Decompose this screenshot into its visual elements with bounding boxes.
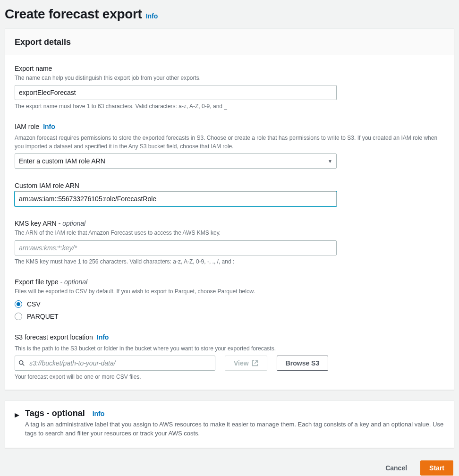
view-button-label: View <box>234 359 249 367</box>
s3-info-link[interactable]: Info <box>97 333 109 341</box>
caret-down-icon: ▼ <box>328 159 332 164</box>
s3-constraint: Your forecast export will be one or more… <box>15 374 444 380</box>
file-type-label: Export file type - optional <box>15 278 444 286</box>
export-name-hint: The name can help you distinguish this e… <box>15 74 444 82</box>
tags-panel: ▶ Tags - optional Info A tag is an admin… <box>5 400 454 448</box>
s3-path-input[interactable] <box>15 356 215 371</box>
kms-optional: - optional <box>59 220 86 227</box>
file-type-group: Export file type - optional Files will b… <box>15 278 444 320</box>
s3-hint: This is the path to the S3 bucket or fol… <box>15 345 444 353</box>
panel-title: Export details <box>15 37 444 47</box>
file-type-hint: Files will be exported to CSV by default… <box>15 288 444 296</box>
view-button: View <box>225 356 267 371</box>
svg-point-0 <box>19 361 23 365</box>
iam-role-selected: Enter a custom IAM role ARN <box>19 157 105 165</box>
search-icon <box>18 360 25 366</box>
iam-role-select[interactable]: Enter a custom IAM role ARN ▼ <box>15 153 337 169</box>
export-name-label: Export name <box>15 65 444 72</box>
external-link-icon <box>252 360 258 366</box>
browse-s3-button[interactable]: Browse S3 <box>277 356 329 371</box>
radio-unselected-icon <box>15 313 22 320</box>
expand-caret-icon[interactable]: ▶ <box>15 411 19 418</box>
start-button[interactable]: Start <box>420 460 453 476</box>
page-title: Create forecast export <box>5 7 142 22</box>
iam-role-hint: Amazon forecast requires permissions to … <box>15 134 444 151</box>
tags-info-link[interactable]: Info <box>93 410 105 417</box>
file-type-option-parquet[interactable]: PARQUET <box>15 313 444 320</box>
custom-arn-group: Custom IAM role ARN <box>15 182 444 206</box>
file-type-optional: - optional <box>60 278 88 286</box>
tags-description: A tag is an administrative label that yo… <box>25 420 444 438</box>
footer-actions: Cancel Start <box>5 459 454 476</box>
custom-arn-input[interactable] <box>15 191 337 206</box>
file-type-csv-label: CSV <box>27 300 41 308</box>
cancel-button[interactable]: Cancel <box>377 460 416 476</box>
s3-group: S3 forecast export location Info This is… <box>15 333 444 380</box>
kms-hint: The ARN of the IAM role that Amazon Fore… <box>15 229 444 237</box>
file-type-label-text: Export file type <box>15 278 59 286</box>
iam-role-label: IAM role <box>15 123 39 130</box>
iam-role-info-link[interactable]: Info <box>43 123 55 130</box>
file-type-parquet-label: PARQUET <box>27 313 59 320</box>
page-info-link[interactable]: Info <box>146 12 158 20</box>
export-details-panel: Export details Export name The name can … <box>5 28 454 390</box>
radio-selected-icon <box>15 300 22 308</box>
kms-input[interactable] <box>15 240 337 255</box>
s3-label: S3 forecast export location <box>15 333 93 341</box>
svg-line-1 <box>23 364 25 366</box>
export-name-input[interactable] <box>15 85 337 100</box>
kms-group: KMS key ARN - optional The ARN of the IA… <box>15 220 444 264</box>
file-type-option-csv[interactable]: CSV <box>15 300 444 308</box>
iam-role-group: IAM role Info Amazon forecast requires p… <box>15 123 444 169</box>
tags-title: Tags - optional <box>25 408 85 418</box>
export-name-group: Export name The name can help you distin… <box>15 65 444 110</box>
export-name-constraint: The export name must have 1 to 63 charac… <box>15 103 444 110</box>
kms-constraint: The KMS key must have 1 to 256 character… <box>15 258 444 265</box>
kms-label-text: KMS key ARN <box>15 220 57 227</box>
kms-label: KMS key ARN - optional <box>15 220 444 227</box>
custom-arn-label: Custom IAM role ARN <box>15 182 444 189</box>
